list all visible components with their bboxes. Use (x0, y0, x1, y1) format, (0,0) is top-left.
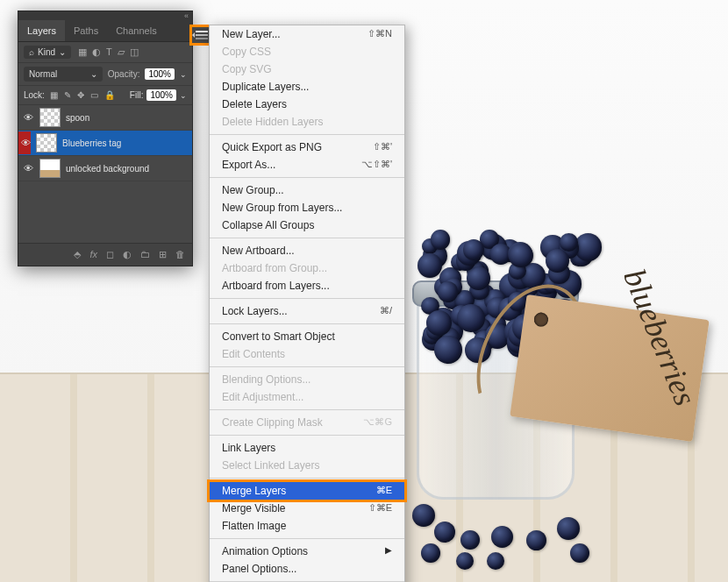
panel-footer: ⬘ fx ◻ ◐ 🗀 ⊞ 🗑 (18, 243, 192, 266)
menu-item-label: Copy SVG (222, 63, 272, 75)
menu-shortcut: ⌘E (376, 485, 392, 497)
kind-filter-select[interactable]: ⌕ Kind ⌄ (24, 46, 71, 59)
menu-item-label: Link Layers (222, 442, 275, 454)
menu-shortcut: ⌥⌘G (363, 416, 392, 429)
menu-shortcut: ⇧⌘E (368, 502, 392, 515)
menu-item-new-layer[interactable]: New Layer...⇧⌘N (210, 25, 404, 43)
menu-item-export-as[interactable]: Export As...⌥⇧⌘' (210, 156, 404, 174)
filter-smart-icon[interactable]: ◫ (130, 46, 139, 58)
menu-item-collapse-all-groups[interactable]: Collapse All Groups (210, 216, 404, 234)
layer-thumbnail[interactable] (39, 159, 61, 178)
new-layer-icon[interactable]: ⊞ (159, 249, 167, 260)
menu-item-edit-contents: Edit Contents (210, 345, 404, 363)
menu-item-delete-layers[interactable]: Delete Layers (210, 96, 404, 113)
visibility-toggle[interactable]: 👁 (22, 112, 34, 123)
chevron-down-icon: ⌄ (59, 47, 66, 57)
new-group-icon[interactable]: 🗀 (140, 249, 150, 260)
menu-item-copy-css: Copy CSS (210, 43, 404, 60)
menu-item-label: Panel Options... (222, 563, 296, 575)
layer-row[interactable]: 👁unlocked background (18, 156, 192, 181)
submenu-arrow-icon: ▶ (385, 545, 392, 557)
menu-separator (210, 298, 404, 299)
menu-separator (210, 238, 404, 238)
blend-mode-select[interactable]: Normal ⌄ (24, 67, 103, 82)
chevron-down-icon[interactable]: ⌄ (180, 91, 187, 100)
filter-type-icon[interactable]: T (106, 46, 112, 58)
layer-style-icon[interactable]: fx (89, 249, 97, 260)
menu-item-new-artboard[interactable]: New Artboard... (210, 242, 404, 259)
layer-thumbnail[interactable] (36, 133, 57, 153)
layer-name[interactable]: Blueberries tag (62, 138, 189, 148)
menu-item-create-clipping-mask: Create Clipping Mask⌥⌘G (210, 414, 404, 431)
menu-item-label: Merge Layers (222, 485, 286, 497)
search-icon: ⌕ (29, 47, 34, 57)
layer-thumbnail[interactable] (39, 108, 61, 127)
menu-item-label: Artboard from Layers... (222, 280, 330, 292)
menu-item-label: New Layer... (222, 28, 281, 40)
layer-name[interactable]: spoon (66, 113, 189, 123)
delete-layer-icon[interactable]: 🗑 (175, 249, 185, 260)
lock-all-icon[interactable]: 🔒 (104, 90, 115, 100)
lock-pixels-icon[interactable]: ✎ (64, 90, 71, 100)
menu-item-flatten-image[interactable]: Flatten Image (210, 517, 404, 535)
panel-collapse-icon[interactable]: « (184, 11, 189, 20)
menu-item-animation-options[interactable]: Animation Options▶ (210, 543, 404, 560)
chevron-down-icon[interactable]: ⌄ (180, 70, 187, 79)
menu-item-convert-to-smart-object[interactable]: Convert to Smart Object (210, 328, 404, 345)
lock-transparency-icon[interactable]: ▦ (50, 90, 58, 100)
menu-item-merge-visible[interactable]: Merge Visible⇧⌘E (210, 500, 404, 517)
menu-separator (210, 409, 404, 410)
menu-separator (210, 323, 404, 324)
lock-position-icon[interactable]: ✥ (77, 90, 84, 100)
menu-item-quick-export-as-png[interactable]: Quick Export as PNG⇧⌘' (210, 138, 404, 156)
menu-item-label: Select Linked Layers (222, 459, 319, 472)
menu-item-artboard-from-group: Artboard from Group... (210, 259, 404, 277)
menu-item-edit-adjustment: Edit Adjustment... (210, 388, 404, 406)
menu-separator (210, 478, 404, 479)
tab-layers[interactable]: Layers (18, 20, 65, 41)
kind-label: Kind (38, 47, 55, 57)
menu-item-link-layers[interactable]: Link Layers (210, 439, 404, 457)
filter-adjustment-icon[interactable]: ◐ (92, 46, 101, 58)
layer-row[interactable]: 👁spoon (18, 105, 192, 131)
menu-item-merge-layers[interactable]: Merge Layers⌘E (210, 482, 404, 500)
fill-label: Fill: (130, 90, 144, 100)
lock-artboard-icon[interactable]: ▭ (90, 90, 98, 100)
layers-list: 👁spoon👁Blueberries tag👁unlocked backgrou… (18, 105, 192, 181)
menu-item-duplicate-layers[interactable]: Duplicate Layers... (210, 78, 404, 96)
link-layers-icon[interactable]: ⬘ (74, 249, 81, 260)
menu-item-label: Convert to Smart Object (222, 330, 335, 343)
layer-name[interactable]: unlocked background (66, 164, 189, 174)
fill-input[interactable]: 100% (146, 89, 176, 101)
menu-item-label: Copy CSS (222, 46, 271, 58)
tab-channels[interactable]: Channels (107, 20, 165, 41)
menu-separator (210, 134, 404, 135)
visibility-toggle[interactable]: 👁 (18, 131, 31, 154)
menu-item-label: Animation Options (222, 545, 308, 557)
menu-item-delete-hidden-layers: Delete Hidden Layers (210, 113, 404, 131)
menu-item-label: Collapse All Groups (222, 219, 314, 231)
menu-separator (210, 435, 404, 436)
filter-pixel-icon[interactable]: ▦ (78, 46, 87, 58)
menu-item-lock-layers[interactable]: Lock Layers...⌘/ (210, 302, 404, 320)
menu-shortcut: ⇧⌘N (368, 28, 392, 40)
layer-row[interactable]: 👁Blueberries tag (18, 131, 192, 156)
layer-mask-icon[interactable]: ◻ (106, 249, 114, 260)
opacity-input[interactable]: 100% (145, 68, 175, 80)
tab-paths[interactable]: Paths (65, 20, 107, 41)
menu-item-label: Flatten Image (222, 520, 286, 532)
visibility-toggle[interactable]: 👁 (22, 163, 34, 174)
menu-item-new-group-from-layers[interactable]: New Group from Layers... (210, 199, 404, 216)
panel-context-menu: New Layer...⇧⌘NCopy CSSCopy SVGDuplicate… (209, 25, 405, 582)
menu-separator (210, 538, 404, 539)
menu-item-new-group[interactable]: New Group... (210, 181, 404, 199)
menu-item-artboard-from-layers[interactable]: Artboard from Layers... (210, 277, 404, 295)
panel-tabs: LayersPathsChannels (18, 20, 192, 42)
menu-item-label: Artboard from Group... (222, 262, 327, 274)
menu-icon (196, 31, 208, 39)
menu-item-panel-options[interactable]: Panel Options... (210, 560, 404, 578)
menu-item-label: Delete Hidden Layers (222, 116, 323, 128)
menu-item-blending-options: Blending Options... (210, 371, 404, 388)
adjustment-layer-icon[interactable]: ◐ (123, 249, 132, 260)
filter-shape-icon[interactable]: ▱ (118, 46, 125, 58)
